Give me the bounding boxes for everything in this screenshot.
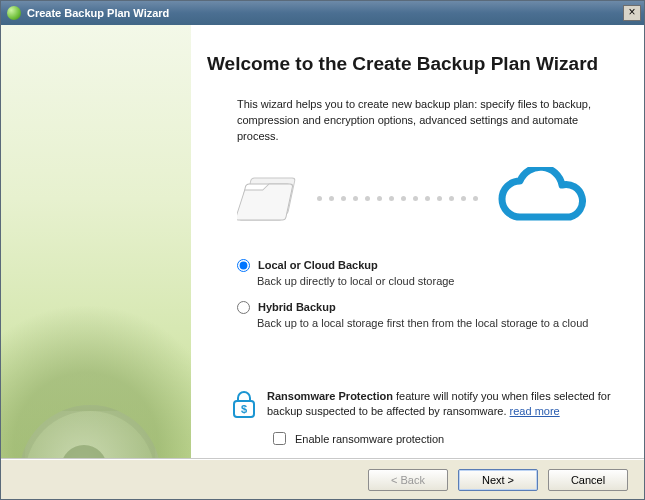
close-button[interactable]: × bbox=[623, 5, 641, 21]
option-hybrid-desc: Back up to a local storage first then fr… bbox=[257, 317, 620, 329]
cloud-icon bbox=[490, 167, 590, 231]
intro-text: This wizard helps you to create new back… bbox=[237, 97, 607, 145]
ransomware-section: $ Ransomware Protection feature will not… bbox=[231, 389, 624, 448]
next-button[interactable]: Next > bbox=[458, 469, 538, 491]
ransomware-readmore-link[interactable]: read more bbox=[510, 405, 560, 417]
option-hybrid-label: Hybrid Backup bbox=[258, 301, 336, 313]
option-hybrid-row[interactable]: Hybrid Backup bbox=[237, 301, 620, 314]
option-local-cloud-desc: Back up directly to local or cloud stora… bbox=[257, 275, 620, 287]
backup-type-options: Local or Cloud Backup Back up directly t… bbox=[237, 259, 620, 329]
content: Welcome to the Create Backup Plan Wizard… bbox=[191, 25, 644, 458]
ransomware-checkbox[interactable] bbox=[273, 432, 286, 445]
app-icon bbox=[7, 6, 21, 20]
ransomware-title: Ransomware Protection bbox=[267, 390, 393, 402]
window-title: Create Backup Plan Wizard bbox=[27, 7, 169, 19]
lock-icon: $ bbox=[231, 389, 257, 421]
option-local-cloud: Local or Cloud Backup Back up directly t… bbox=[237, 259, 620, 287]
body: Welcome to the Create Backup Plan Wizard… bbox=[1, 25, 644, 459]
cancel-button[interactable]: Cancel bbox=[548, 469, 628, 491]
footer: < Back Next > Cancel bbox=[1, 459, 644, 499]
option-local-cloud-row[interactable]: Local or Cloud Backup bbox=[237, 259, 620, 272]
radio-hybrid[interactable] bbox=[237, 301, 250, 314]
sidebar-graphic bbox=[1, 25, 191, 458]
folder-icon bbox=[237, 170, 305, 228]
back-button: < Back bbox=[368, 469, 448, 491]
svg-text:$: $ bbox=[241, 403, 247, 415]
titlebar: Create Backup Plan Wizard × bbox=[1, 1, 644, 25]
option-hybrid: Hybrid Backup Back up to a local storage… bbox=[237, 301, 620, 329]
ransomware-checkbox-label: Enable ransomware protection bbox=[295, 433, 444, 445]
ransomware-checkbox-row[interactable]: Enable ransomware protection bbox=[269, 429, 624, 448]
radio-local-cloud[interactable] bbox=[237, 259, 250, 272]
ransomware-text: Ransomware Protection feature will notif… bbox=[267, 389, 624, 420]
page-title: Welcome to the Create Backup Plan Wizard bbox=[207, 53, 620, 75]
transfer-dots bbox=[317, 196, 478, 201]
option-local-cloud-label: Local or Cloud Backup bbox=[258, 259, 378, 271]
wizard-window: Create Backup Plan Wizard × Welcome to t… bbox=[0, 0, 645, 500]
diagram bbox=[207, 167, 620, 231]
